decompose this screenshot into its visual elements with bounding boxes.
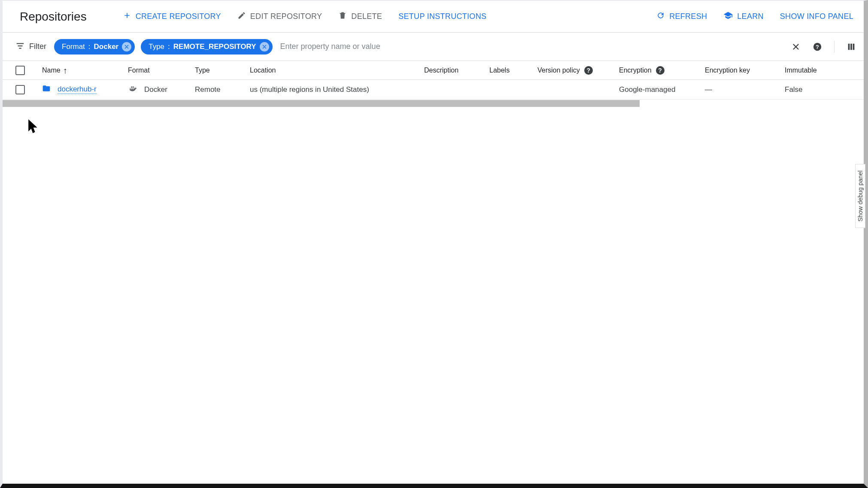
filter-input[interactable] — [279, 40, 777, 53]
pencil-icon — [237, 11, 246, 22]
row-immutable: False — [780, 85, 823, 94]
setup-instructions-button[interactable]: SETUP INSTRUCTIONS — [397, 9, 488, 24]
repository-name-link[interactable]: dockerhub-r — [58, 85, 97, 94]
filter-help-button[interactable]: ? — [813, 42, 822, 52]
refresh-label: REFRESH — [669, 12, 707, 21]
row-checkbox[interactable] — [15, 85, 25, 94]
delete-button[interactable]: DELETE — [337, 9, 384, 24]
create-repository-label: CREATE REPOSITORY — [136, 12, 221, 21]
column-header-encryption-key[interactable]: Encryption key — [701, 67, 780, 74]
column-header-type[interactable]: Type — [191, 67, 246, 74]
mouse-cursor — [28, 119, 39, 136]
help-icon[interactable]: ? — [584, 66, 593, 75]
filter-label: Filter — [29, 42, 46, 51]
show-info-panel-button[interactable]: SHOW INFO PANEL — [778, 9, 855, 24]
svg-text:?: ? — [816, 43, 819, 50]
chip-key: Type — [149, 42, 164, 51]
edit-repository-label: EDIT REPOSITORY — [250, 12, 322, 21]
learn-button[interactable]: LEARN — [722, 8, 765, 25]
column-header-immutable[interactable]: Immutable — [780, 67, 823, 74]
refresh-button[interactable]: REFRESH — [655, 9, 709, 24]
column-header-location[interactable]: Location — [246, 67, 420, 74]
chip-remove-icon[interactable] — [260, 42, 269, 52]
create-repository-button[interactable]: CREATE REPOSITORY — [121, 9, 223, 24]
show-info-panel-label: SHOW INFO PANEL — [780, 12, 853, 21]
divider — [834, 41, 835, 53]
horizontal-scrollbar[interactable] — [3, 100, 640, 107]
column-header-name[interactable]: Name ↑ — [38, 66, 124, 75]
chip-key: Format — [62, 42, 85, 51]
chip-value: Docker — [94, 42, 119, 51]
setup-instructions-label: SETUP INSTRUCTIONS — [398, 12, 486, 21]
delete-label: DELETE — [351, 12, 382, 21]
column-header-version-policy[interactable]: Version policy ? — [533, 66, 615, 75]
refresh-icon — [656, 11, 665, 22]
row-type: Remote — [191, 85, 246, 94]
plus-icon — [123, 11, 131, 22]
sort-ascending-icon: ↑ — [63, 66, 67, 75]
filter-icon — [15, 41, 25, 52]
column-header-encryption[interactable]: Encryption ? — [615, 66, 701, 75]
edit-repository-button[interactable]: EDIT REPOSITORY — [236, 9, 324, 24]
chip-remove-icon[interactable] — [122, 42, 131, 52]
row-encryption: Google-managed — [615, 85, 701, 94]
filter-chip-type[interactable]: Type: REMOTE_REPOSITORY — [141, 39, 272, 55]
trash-icon — [338, 11, 347, 22]
graduation-cap-icon — [723, 11, 733, 22]
show-debug-panel-tab[interactable]: Show debug panel — [855, 164, 865, 228]
page-header: Repositories CREATE REPOSITORY EDIT REPO… — [3, 1, 864, 33]
row-key: — — [701, 85, 780, 94]
learn-label: LEARN — [737, 12, 764, 21]
select-all-checkbox[interactable] — [15, 66, 25, 75]
docker-icon — [128, 84, 137, 95]
page-title: Repositories — [20, 10, 87, 24]
row-location: us (multiple regions in United States) — [246, 85, 420, 94]
table-row: dockerhub-r Docker Remote us (multiple r… — [3, 80, 864, 100]
repository-table: Name ↑ Format Type Location Description … — [3, 61, 864, 107]
clear-filters-button[interactable] — [791, 42, 801, 52]
chip-value: REMOTE_REPOSITORY — [173, 42, 256, 51]
help-icon[interactable]: ? — [656, 66, 665, 75]
filter-bar: Filter Format: Docker Type: REMOTE_REPOS… — [3, 33, 864, 61]
folder-icon — [42, 84, 51, 95]
filter-chip-format[interactable]: Format: Docker — [54, 39, 135, 55]
table-header: Name ↑ Format Type Location Description … — [3, 61, 864, 80]
column-display-button[interactable] — [847, 42, 856, 52]
row-format: Docker — [144, 85, 167, 94]
column-header-description[interactable]: Description — [420, 67, 485, 74]
column-header-format[interactable]: Format — [124, 67, 191, 74]
column-header-labels[interactable]: Labels — [485, 67, 533, 74]
